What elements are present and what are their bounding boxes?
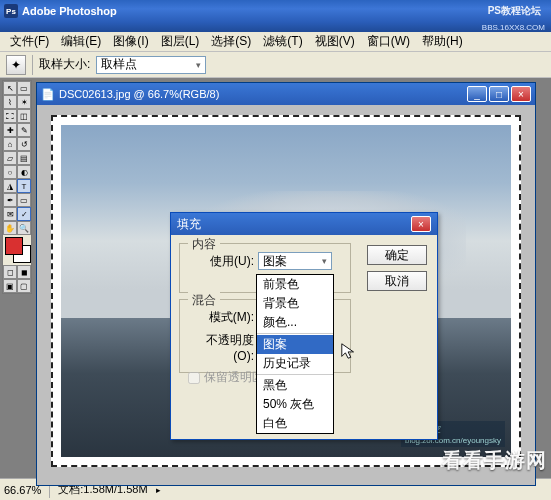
eyedropper-tool[interactable]: ✓ (17, 207, 31, 221)
screen-std[interactable]: ▣ (3, 279, 17, 293)
menu-image[interactable]: 图像(I) (107, 31, 154, 52)
app-title: Adobe Photoshop (22, 5, 117, 17)
menu-select[interactable]: 选择(S) (205, 31, 257, 52)
screen-full[interactable]: ▢ (17, 279, 31, 293)
menu-layer[interactable]: 图层(L) (155, 31, 206, 52)
foreground-color-swatch[interactable] (5, 237, 23, 255)
quickmask-toggle[interactable]: ◻ (3, 265, 17, 279)
menu-filter[interactable]: 滤镜(T) (257, 31, 308, 52)
dd-sep1 (257, 333, 333, 334)
crop-tool[interactable]: ⛶ (3, 109, 17, 123)
menu-edit[interactable]: 编辑(E) (55, 31, 107, 52)
content-legend: 内容 (188, 236, 220, 253)
dialog-title: 填充 (177, 216, 201, 233)
use-dropdown[interactable]: 图案 (258, 252, 332, 270)
shape-tool[interactable]: ▭ (17, 193, 31, 207)
doc-close-button[interactable]: × (511, 86, 531, 102)
tagline-url: BBS.16XX8.COM (482, 23, 545, 32)
document-titlebar: 📄 DSC02613.jpg @ 66.7%(RGB/8) _ □ × (37, 83, 535, 105)
site-watermark: 看看手游网 (442, 447, 547, 474)
dialog-close-button[interactable]: × (411, 216, 431, 232)
menu-view[interactable]: 视图(V) (309, 31, 361, 52)
hand-tool[interactable]: ✋ (3, 221, 17, 235)
dd-item-history[interactable]: 历史记录 (257, 354, 333, 373)
dd-sep2 (257, 374, 333, 375)
move-tool[interactable]: ↖ (3, 81, 17, 95)
tagline: PS教程论坛 (488, 4, 541, 18)
lasso-tool[interactable]: ⌇ (3, 95, 17, 109)
workarea: ↖▭ ⌇✶ ⛶◫ ✚✎ ⌂↺ ▱▤ ○◐ ◮T ✒▭ ✉✓ ✋🔍 ◻◼ ▣▢ 📄… (0, 78, 551, 500)
status-expand-icon[interactable]: ▸ (156, 485, 161, 495)
blur-tool[interactable]: ○ (3, 165, 17, 179)
wand-tool[interactable]: ✶ (17, 95, 31, 109)
options-bar: ✦ 取样大小: 取样点 (0, 52, 551, 78)
tool-preset-icon[interactable]: ✦ (6, 55, 26, 75)
marquee-tool[interactable]: ▭ (17, 81, 31, 95)
gradient-tool[interactable]: ▤ (17, 151, 31, 165)
dd-item-background[interactable]: 背景色 (257, 294, 333, 313)
dd-item-color[interactable]: 颜色... (257, 313, 333, 332)
path-tool[interactable]: ◮ (3, 179, 17, 193)
preserve-transparency-label: 保留透明区 (204, 369, 264, 386)
stamp-tool[interactable]: ⌂ (3, 137, 17, 151)
menu-help[interactable]: 帮助(H) (416, 31, 469, 52)
brush-tool[interactable]: ✎ (17, 123, 31, 137)
history-brush-tool[interactable]: ↺ (17, 137, 31, 151)
blend-legend: 混合 (188, 292, 220, 309)
dd-item-gray[interactable]: 50% 灰色 (257, 395, 333, 414)
sample-size-value: 取样点 (101, 56, 137, 73)
sample-size-dropdown[interactable]: 取样点 (96, 56, 206, 74)
dd-item-black[interactable]: 黑色 (257, 376, 333, 395)
app-icon: Ps (4, 4, 18, 18)
dd-item-pattern[interactable]: 图案 (257, 335, 333, 354)
toolbox: ↖▭ ⌇✶ ⛶◫ ✚✎ ⌂↺ ▱▤ ○◐ ◮T ✒▭ ✉✓ ✋🔍 ◻◼ ▣▢ (2, 80, 32, 294)
pen-tool[interactable]: ✒ (3, 193, 17, 207)
screenmode-toggle[interactable]: ◼ (17, 265, 31, 279)
opacity-label: 不透明度(O): (188, 332, 254, 363)
sample-size-label: 取样大小: (39, 56, 90, 73)
ok-button[interactable]: 确定 (367, 245, 427, 265)
use-dropdown-list[interactable]: 前景色 背景色 颜色... 图案 历史记录 黑色 50% 灰色 白色 (256, 274, 334, 434)
preserve-transparency-checkbox (188, 372, 200, 384)
doc-maximize-button[interactable]: □ (489, 86, 509, 102)
use-label: 使用(U): (188, 253, 254, 270)
document-title: DSC02613.jpg @ 66.7%(RGB/8) (59, 88, 219, 100)
type-tool[interactable]: T (17, 179, 31, 193)
doc-icon: 📄 (41, 88, 55, 101)
dd-item-white[interactable]: 白色 (257, 414, 333, 433)
zoom-tool[interactable]: 🔍 (17, 221, 31, 235)
dd-item-foreground[interactable]: 前景色 (257, 275, 333, 294)
color-swatches[interactable] (3, 235, 31, 265)
dialog-titlebar[interactable]: 填充 × (171, 213, 437, 235)
opt-sep (32, 55, 33, 75)
menu-window[interactable]: 窗口(W) (361, 31, 416, 52)
doc-minimize-button[interactable]: _ (467, 86, 487, 102)
cancel-button[interactable]: 取消 (367, 271, 427, 291)
use-value: 图案 (263, 253, 287, 270)
slice-tool[interactable]: ◫ (17, 109, 31, 123)
heal-tool[interactable]: ✚ (3, 123, 17, 137)
notes-tool[interactable]: ✉ (3, 207, 17, 221)
menubar: 文件(F) 编辑(E) 图像(I) 图层(L) 选择(S) 滤镜(T) 视图(V… (0, 32, 551, 52)
menu-file[interactable]: 文件(F) (4, 31, 55, 52)
mode-label: 模式(M): (188, 309, 254, 326)
app-titlebar: Ps Adobe Photoshop PS教程论坛 (0, 0, 551, 22)
eraser-tool[interactable]: ▱ (3, 151, 17, 165)
dodge-tool[interactable]: ◐ (17, 165, 31, 179)
